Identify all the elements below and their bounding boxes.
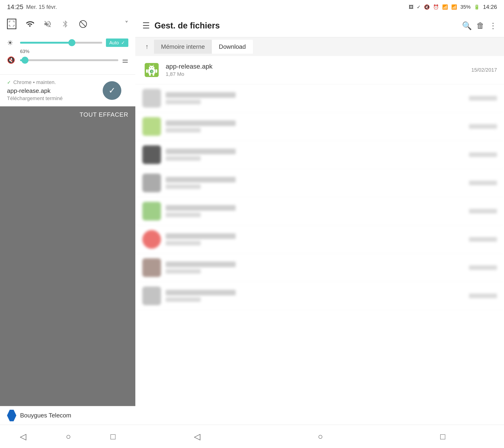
wifi-icon[interactable] — [26, 20, 34, 28]
blurred-icon-3 — [142, 145, 161, 164]
notification-section: ✓ Chrome • mainten. app-release.apk Télé… — [0, 75, 135, 106]
mute-status-icon: 🔇 — [424, 4, 430, 10]
notification-row: ✓ Chrome • mainten. app-release.apk Télé… — [7, 79, 128, 102]
svg-rect-12 — [153, 73, 154, 76]
blurred-text-6 — [166, 233, 236, 239]
svg-text:G: G — [151, 70, 153, 73]
alarm-icon: ⏰ — [433, 4, 439, 10]
status-bar-right: 🖼 ✓ 🔇 ⏰ 📶 📶 35% 🔋 14:26 — [135, 0, 504, 14]
back-button-left[interactable]: ◁ — [13, 429, 33, 444]
status-bar-left: 14:25 Mer. 15 févr. — [0, 0, 135, 14]
svg-line-1 — [80, 21, 86, 27]
blurred-text-5 — [166, 205, 236, 211]
overflow-icon[interactable]: ⋮ — [489, 21, 497, 30]
bluetooth-icon[interactable] — [61, 20, 70, 28]
circle-slash-icon[interactable] — [79, 20, 87, 28]
notif-action-button[interactable]: ✓ — [103, 81, 121, 100]
blurred-date-8 — [469, 294, 497, 298]
brightness-percent: 63% — [7, 49, 128, 56]
app-bar: ☰ Gest. de fichiers 🔍 🗑 ⋮ — [135, 14, 504, 37]
file-item-blurred-7 — [135, 254, 504, 282]
breadcrumb-tab-memoire[interactable]: Mémoire interne — [154, 40, 212, 54]
svg-point-5 — [150, 67, 151, 68]
left-panel: 14:25 Mer. 15 févr. ⛶ ˅ ☀ — [0, 0, 135, 448]
blurred-date-4 — [469, 180, 497, 185]
blurred-date-6 — [469, 237, 497, 242]
volume-track[interactable] — [20, 59, 118, 61]
svg-rect-11 — [149, 73, 151, 76]
brightness-icon: ☀ — [7, 39, 16, 47]
blurred-date-2 — [469, 124, 497, 129]
right-panel: 🖼 ✓ 🔇 ⏰ 📶 📶 35% 🔋 14:26 ☰ Gest. de fichi… — [135, 0, 504, 448]
svg-point-6 — [152, 67, 153, 68]
file-item-blurred-3 — [135, 141, 504, 169]
blurred-size-7 — [166, 269, 201, 274]
clear-all-area: TOUT EFFACER — [0, 107, 135, 406]
file-item-blurred-6 — [135, 225, 504, 254]
blurred-size-2 — [166, 128, 201, 133]
notif-check-icon: ✓ — [108, 86, 115, 95]
breadcrumb-up-button[interactable]: ↑ — [140, 40, 154, 54]
search-icon[interactable]: 🔍 — [462, 21, 472, 30]
volume-slider-row: 🔇 ⚌ — [7, 56, 128, 64]
apk-file-size: 1,87 Mo — [166, 71, 467, 77]
breadcrumb-bar: ↑ Mémoire interne Download — [135, 37, 504, 56]
blurred-text-8 — [166, 290, 236, 295]
blurred-text-2 — [166, 120, 236, 126]
blurred-text-1 — [166, 92, 236, 98]
brightness-track[interactable] — [20, 42, 102, 44]
file-item-blurred-1 — [135, 84, 504, 112]
file-item-blurred-8 — [135, 282, 504, 310]
app-title: Gest. de fichiers — [154, 21, 457, 31]
recent-button-right[interactable]: □ — [433, 429, 452, 444]
clear-all-button[interactable]: TOUT EFFACER — [0, 107, 135, 123]
blurred-size-5 — [166, 213, 201, 217]
blurred-size-1 — [166, 100, 201, 104]
volume-thumb[interactable] — [21, 57, 28, 64]
svg-point-4 — [149, 66, 154, 70]
auto-brightness-toggle[interactable]: Auto ✓ — [106, 38, 128, 47]
breadcrumb-tab-download[interactable]: Download — [212, 40, 253, 54]
status-time-left: 14:25 — [7, 3, 23, 11]
mute-icon[interactable] — [43, 20, 52, 28]
blurred-size-8 — [166, 297, 201, 302]
blurred-text-4 — [166, 177, 236, 182]
status-time-right: 14:26 — [483, 4, 497, 10]
file-item-blurred-5 — [135, 197, 504, 225]
quick-icons-row: ⛶ ˅ — [0, 14, 135, 34]
blurred-text-3 — [166, 149, 236, 154]
status-date: Mer. 15 févr. — [26, 4, 57, 10]
apk-icon-container: G — [142, 61, 161, 79]
blurred-icon-2 — [142, 117, 161, 136]
battery-icon: 🔋 — [474, 4, 480, 10]
recent-button-left[interactable]: □ — [104, 429, 123, 444]
volume-mute-icon: 🔇 — [7, 56, 16, 64]
nav-bar-left: ◁ ○ □ — [0, 425, 135, 448]
home-button-left[interactable]: ○ — [59, 429, 78, 444]
brightness-fill — [20, 42, 72, 44]
menu-icon[interactable]: ☰ — [142, 21, 150, 31]
back-button-right[interactable]: ◁ — [187, 429, 207, 444]
blurred-icon-7 — [142, 258, 161, 277]
home-button-right[interactable]: ○ — [311, 429, 330, 444]
file-item-blurred-2 — [135, 112, 504, 141]
svg-rect-10 — [156, 69, 158, 73]
file-item-blurred-4 — [135, 169, 504, 197]
signal-icon: 📶 — [451, 4, 457, 10]
blurred-text-7 — [166, 262, 236, 267]
brightness-thumb[interactable] — [68, 39, 75, 46]
delete-icon[interactable]: 🗑 — [476, 21, 485, 30]
eq-icon[interactable]: ⚌ — [122, 56, 128, 64]
battery-percent: 35% — [460, 4, 471, 10]
expand-icon[interactable]: ˅ — [125, 20, 128, 28]
sliders-section: ☀ Auto ✓ 63% 🔇 ⚌ — [0, 34, 135, 74]
android-apk-icon: G — [145, 63, 159, 77]
wifi-status-icon: 📶 — [442, 4, 448, 10]
file-item-apk[interactable]: G app-release.apk 1,87 Mo 15/02/2017 — [135, 56, 504, 84]
check-icon-status: ✓ — [417, 4, 421, 10]
apk-file-name: app-release.apk — [166, 63, 467, 70]
apk-file-info: app-release.apk 1,87 Mo — [166, 63, 467, 77]
chrome-check-icon: ✓ — [7, 80, 11, 85]
screenshot-icon[interactable]: ⛶ — [7, 19, 16, 29]
app-bar-actions: 🔍 🗑 ⋮ — [462, 21, 497, 30]
